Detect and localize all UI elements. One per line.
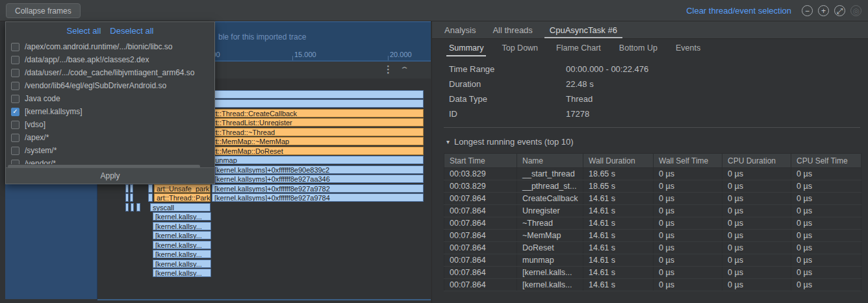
deselect-all-link[interactable]: Deselect all <box>110 26 153 36</box>
filter-list-item[interactable]: /apex/* <box>6 131 214 144</box>
select-all-link[interactable]: Select all <box>67 26 101 36</box>
flame-bar[interactable]: [kernel.kallsyms]+0xffffff8e927a9782 <box>212 184 424 193</box>
flame-bar[interactable]: [kernel.kallsy... <box>153 222 211 230</box>
flame-bar[interactable]: [kernel.kallsyms]+0xffffff8e90e839c2 <box>212 165 424 174</box>
cpu-profiler-window: Collapse frames Clear thread/event selec… <box>0 0 868 303</box>
flame-bar[interactable]: [kernel.kallsyms]+0xffffff8e927aa346 <box>212 175 424 183</box>
collapse-panel-icon[interactable]: ⌃ <box>400 66 410 74</box>
analysis-panel: AnalysisAll threadsCpuAsyncTask #6 Summa… <box>431 21 868 303</box>
checkbox[interactable] <box>11 147 19 155</box>
more-options-icon[interactable]: ⋮ <box>383 64 393 75</box>
flame-bar[interactable] <box>136 203 140 212</box>
flame-bar[interactable]: syscall <box>150 203 211 212</box>
flame-bar[interactable]: [kernel.kallsyms]+0xffffff8e927a9784 <box>212 193 424 202</box>
column-header[interactable]: Wall Self Time <box>654 154 722 168</box>
flame-bar[interactable]: art::Thread::~Thread <box>207 128 424 136</box>
flame-bar[interactable] <box>125 193 129 202</box>
checkbox[interactable]: ✓ <box>11 108 19 116</box>
filter-list-item[interactable]: /data/user/.../code_cache/libjvmtiagent_… <box>6 66 214 79</box>
filter-list-item[interactable]: ✓[kernel.kallsyms] <box>6 105 214 118</box>
table-row[interactable]: 00:07.864munmap14.61 s0 µs0 µs0 µs <box>444 254 862 267</box>
table-cell: 14.61 s <box>583 217 654 230</box>
filter-list-item[interactable]: /vendor/* <box>6 157 214 164</box>
subtab-bottom-up[interactable]: Bottom Up <box>610 39 667 57</box>
flame-bar[interactable] <box>148 193 153 202</box>
flame-bar[interactable]: art::Unsafe_park <box>154 184 211 193</box>
flame-bar[interactable]: [kernel.kallsy... <box>153 241 211 249</box>
flame-bar[interactable] <box>125 203 129 212</box>
flame-bar[interactable] <box>130 184 133 193</box>
clear-thread-event-selection-link[interactable]: Clear thread/event selection <box>686 6 791 16</box>
flame-bar[interactable]: [kernel.kallsy... <box>153 250 211 258</box>
filter-item-label: [kernel.kallsyms] <box>25 107 83 116</box>
checkbox[interactable] <box>11 95 19 103</box>
column-header[interactable]: Name <box>517 154 583 168</box>
flame-bar[interactable]: [kernel.kallsy... <box>153 260 211 268</box>
reset-zoom-button[interactable]: ⤢ <box>834 5 845 16</box>
flame-bar[interactable]: art::ThreadList::Unregister <box>207 118 424 127</box>
column-header[interactable]: Start Time <box>444 154 517 168</box>
filter-list-item[interactable]: [vdso] <box>6 118 214 131</box>
analysis-subtabs: SummaryTop DownFlame ChartBottom UpEvent… <box>432 39 868 57</box>
filter-list-item[interactable]: Java code <box>6 92 214 105</box>
column-header[interactable]: Wall Duration <box>583 154 654 168</box>
subtab-flame-chart[interactable]: Flame Chart <box>547 39 610 57</box>
filter-list-item[interactable]: /data/app/.../base.apk!/classes2.dex <box>6 53 214 66</box>
flame-bar[interactable] <box>125 184 129 193</box>
zoom-out-button[interactable]: − <box>802 5 813 16</box>
table-cell: 0 µs <box>791 279 862 291</box>
collapse-frames-button[interactable]: Collapse frames <box>6 3 81 18</box>
flame-bar[interactable]: [kernel.kallsy... <box>153 231 211 239</box>
column-header[interactable]: CPU Duration <box>722 154 791 168</box>
summary-row: Time Range00:00.000 - 00:22.476 <box>449 62 855 77</box>
filter-list-item[interactable]: /apex/com.android.runtime/.../bionic/lib… <box>6 40 214 53</box>
flame-bar[interactable]: munmap <box>207 156 424 164</box>
table-row[interactable]: 00:07.864[kernel.kalls...14.61 s0 µs0 µs… <box>444 267 862 279</box>
filter-list-item[interactable]: /vendor/lib64/egl/eglSubDriverAndroid.so <box>6 79 214 92</box>
checkbox[interactable] <box>11 160 19 165</box>
summary-label: Time Range <box>449 64 566 74</box>
column-header[interactable]: CPU Self Time <box>791 154 862 168</box>
table-cell: DoReset <box>517 242 583 254</box>
apply-button[interactable]: Apply <box>6 167 214 184</box>
subtab-events[interactable]: Events <box>667 39 709 57</box>
zoom-in-button[interactable]: + <box>818 5 829 16</box>
flame-bar[interactable] <box>209 99 424 108</box>
table-row[interactable]: 00:07.864CreateCallback14.61 s0 µs0 µs0 … <box>444 193 862 205</box>
flame-bar[interactable] <box>209 90 424 99</box>
checkbox[interactable] <box>11 56 19 64</box>
flame-bar[interactable]: art::Thread::Park <box>154 193 211 202</box>
flame-bar[interactable]: art::MemMap::~MemMap <box>207 137 424 145</box>
table-row[interactable]: 00:07.864Unregister14.61 s0 µs0 µs0 µs <box>444 205 862 217</box>
flame-bar[interactable] <box>130 193 133 202</box>
table-cell: 18.65 s <box>583 180 654 193</box>
table-cell: 0 µs <box>654 242 722 254</box>
subtab-top-down[interactable]: Top Down <box>492 39 547 57</box>
tab-all-threads[interactable]: All threads <box>484 21 541 38</box>
checkbox[interactable] <box>11 121 19 129</box>
table-row[interactable]: 00:03.829__start_thread18.65 s0 µs0 µs0 … <box>444 168 862 180</box>
tab-analysis[interactable]: Analysis <box>436 21 484 38</box>
tab-cpuasynctask-6[interactable]: CpuAsyncTask #6 <box>541 21 626 38</box>
checkbox[interactable] <box>11 43 19 51</box>
events-section-header[interactable]: ▾ Longest running events (top 10) <box>446 134 574 149</box>
flame-bar[interactable]: [kernel.kallsy... <box>153 269 211 277</box>
flame-bar[interactable]: art::Thread::CreateCallback <box>207 109 424 117</box>
flame-bar[interactable] <box>131 203 134 212</box>
table-row[interactable]: 00:03.829__pthread_st...18.65 s0 µs0 µs0… <box>444 180 862 193</box>
flame-bar[interactable]: [kernel.kallsy... <box>153 212 211 221</box>
table-cell: 0 µs <box>722 193 791 205</box>
table-row[interactable]: 00:07.864~MemMap14.61 s0 µs0 µs0 µs <box>444 230 862 242</box>
checkbox[interactable] <box>11 69 19 77</box>
flame-bar[interactable] <box>148 184 153 193</box>
table-row[interactable]: 00:07.864[kernel.kalls...14.61 s0 µs0 µs… <box>444 279 862 291</box>
checkbox[interactable] <box>11 134 19 142</box>
subtab-summary[interactable]: Summary <box>440 39 492 57</box>
table-row[interactable]: 00:07.864DoReset14.61 s0 µs0 µs0 µs <box>444 242 862 254</box>
table-cell: 00:07.864 <box>444 217 517 230</box>
table-row[interactable]: 00:07.864~Thread14.61 s0 µs0 µs0 µs <box>444 217 862 230</box>
filter-list-item[interactable]: /system/* <box>6 144 214 157</box>
flame-bar[interactable]: art::MemMap::DoReset <box>207 147 424 155</box>
checkbox[interactable] <box>11 82 19 90</box>
table-cell: 0 µs <box>654 193 722 205</box>
